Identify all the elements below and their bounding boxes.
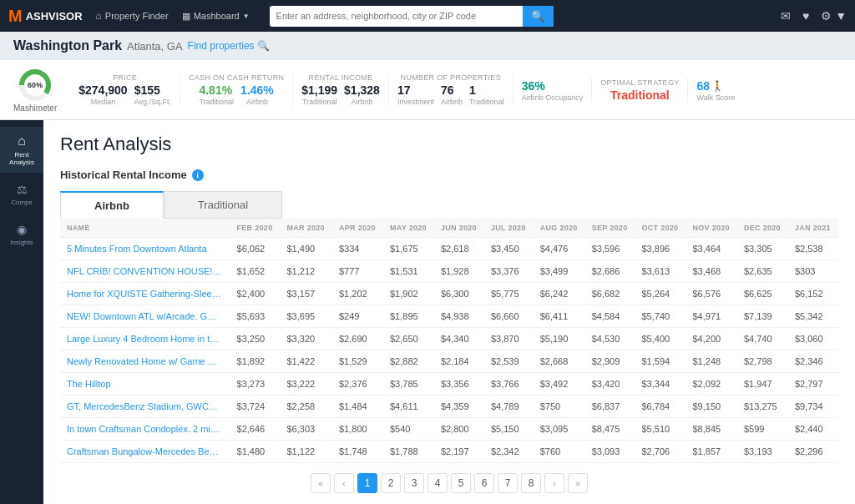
cell-value: $4,789 <box>484 396 534 418</box>
cell-value: $2,635 <box>737 260 788 283</box>
settings-icon[interactable]: ⚙ ▼ <box>821 9 847 23</box>
cell-value: $3,193 <box>737 441 788 463</box>
page-6-btn[interactable]: 6 <box>474 473 494 493</box>
property-name[interactable]: NFL CRIB! CONVENTION HOUSE! SLEEPS 14! S… <box>60 260 230 283</box>
property-name[interactable]: 5 Minutes From Downtown Atlanta <box>60 238 230 260</box>
property-name[interactable]: The Hilltop <box>60 373 230 396</box>
sidebar-item-label: RentAnalysis <box>9 151 34 166</box>
cell-value: $3,376 <box>484 260 534 283</box>
cell-value: $3,157 <box>280 283 332 305</box>
cell-value: $6,152 <box>788 283 838 305</box>
rent-analysis-icon: ⌂ <box>18 134 26 149</box>
stat-cocr: CASH ON CASH RETURN 4.81% Traditional 1.… <box>180 73 293 106</box>
cocr-traditional: 4.81% <box>199 83 234 97</box>
cell-value: $9,150 <box>686 396 737 418</box>
page-8-btn[interactable]: 8 <box>521 473 541 493</box>
cell-value: $1,902 <box>383 283 434 305</box>
sidebar-item-comps[interactable]: ⚖ Comps <box>0 176 43 213</box>
property-name[interactable]: NEW! Downtown ATL w/Arcade. GWCC, M.Benz… <box>60 305 230 328</box>
property-name[interactable]: Large Luxury 4 Bedroom Home in the City! <box>60 328 230 350</box>
property-name[interactable]: Craftsman Bungalow-Mercedes Benz Stadium <box>60 441 230 463</box>
tab-traditional[interactable]: Traditional <box>164 191 282 219</box>
property-name[interactable]: GT, MercedesBenz Stadium, GWCC, Downtown… <box>60 396 230 418</box>
price-sqft: $155 <box>134 83 171 97</box>
mashboard-nav[interactable]: ▦ Mashboard ▼ <box>182 11 250 22</box>
page-1-btn[interactable]: 1 <box>357 473 377 493</box>
tab-airbnb[interactable]: Airbnb <box>60 191 164 219</box>
cell-value: $9,734 <box>788 396 838 418</box>
col-aug: AUG 2020 <box>534 219 585 238</box>
cell-value: $3,870 <box>484 328 534 350</box>
cell-value: $2,197 <box>434 441 484 463</box>
page-7-btn[interactable]: 7 <box>498 473 518 493</box>
search-button[interactable]: 🔍 <box>523 6 554 27</box>
search-bar: 🔍 <box>270 6 554 27</box>
cell-value: $249 <box>332 305 383 328</box>
logo-m-icon: M <box>8 7 23 26</box>
page-title: Rent Analysis <box>60 134 838 155</box>
cell-value: $5,150 <box>484 418 534 441</box>
cell-value: $1,490 <box>280 238 332 260</box>
page-3-btn[interactable]: 3 <box>404 473 424 493</box>
messages-icon[interactable]: ✉ <box>781 9 791 23</box>
section-title: Historical Rental Income i <box>60 169 838 181</box>
rental-traditional: $1,199 <box>301 83 337 97</box>
col-dec: DEC 2020 <box>737 219 788 238</box>
property-finder-nav[interactable]: ⌂ Property Finder <box>96 10 169 22</box>
rental-airbnb: $1,328 <box>344 83 380 97</box>
pagination: « ‹ 1 2 3 4 5 6 7 8 › » <box>60 463 838 503</box>
cell-value: $1,652 <box>230 260 281 283</box>
sidebar-item-insights[interactable]: ◉ Insights <box>0 216 43 253</box>
cell-value: $2,539 <box>484 350 534 373</box>
cell-value: $3,060 <box>788 328 838 350</box>
cell-value: $3,250 <box>230 328 281 350</box>
cell-value: $2,650 <box>383 328 434 350</box>
cell-value: $1,529 <box>332 350 383 373</box>
page-2-btn[interactable]: 2 <box>381 473 401 493</box>
info-icon[interactable]: i <box>192 169 204 181</box>
num-investment: 17 <box>397 83 434 97</box>
cell-value: $1,422 <box>280 350 332 373</box>
property-name[interactable]: Newly Renovated Home w/ Game Room-5 min … <box>60 350 230 373</box>
cell-value: $5,693 <box>230 305 281 328</box>
search-input[interactable] <box>270 8 523 24</box>
comps-icon: ⚖ <box>17 183 28 196</box>
cell-value: $6,242 <box>534 283 585 305</box>
table-body: 5 Minutes From Downtown Atlanta$6,062$1,… <box>60 238 838 463</box>
property-name[interactable]: Home for XQUISTE Gathering-Sleeps18, Nea… <box>60 283 230 305</box>
page-next-btn[interactable]: › <box>544 473 564 493</box>
cell-value: $1,800 <box>332 418 383 441</box>
page-4-btn[interactable]: 4 <box>428 473 448 493</box>
stat-occupancy: 36% Airbnb Occupancy <box>514 78 593 102</box>
cell-value: $1,122 <box>280 441 332 463</box>
walk-score-value: 68 <box>696 79 710 93</box>
mashimeter: 60% Mashimeter <box>13 67 57 113</box>
property-name[interactable]: In town Craftsman Condoplex. 2 mins to B… <box>60 418 230 441</box>
cell-value: $6,837 <box>585 396 635 418</box>
page-last-btn[interactable]: » <box>568 473 588 493</box>
cell-value: $6,303 <box>280 418 332 441</box>
page-first-btn[interactable]: « <box>311 473 331 493</box>
logo[interactable]: M ASHVISOR <box>8 7 83 26</box>
page-5-btn[interactable]: 5 <box>451 473 471 493</box>
cell-value: $2,258 <box>280 396 332 418</box>
col-sep: SEP 2020 <box>585 219 635 238</box>
cell-value: $2,184 <box>434 350 484 373</box>
favorites-icon[interactable]: ♥ <box>802 9 809 23</box>
cell-value: $2,296 <box>788 441 838 463</box>
city-name: Washington Park <box>13 38 122 53</box>
cell-value: $5,775 <box>484 283 534 305</box>
cell-value: $2,668 <box>534 350 585 373</box>
cell-value: $5,510 <box>635 418 686 441</box>
header-row: NAME FEB 2020 MAR 2020 APR 2020 MAY 2020… <box>60 219 838 238</box>
page-prev-btn[interactable]: ‹ <box>334 473 354 493</box>
cell-value: $8,845 <box>686 418 737 441</box>
cell-value: $4,476 <box>534 238 585 260</box>
col-may: MAY 2020 <box>383 219 434 238</box>
cell-value: $4,530 <box>585 328 635 350</box>
cell-value: $3,222 <box>280 373 332 396</box>
find-properties-link[interactable]: Find properties 🔍 <box>188 40 270 52</box>
sidebar-item-rent-analysis[interactable]: ⌂ RentAnalysis <box>0 127 43 173</box>
cell-value: $1,857 <box>686 441 737 463</box>
cell-value: $5,264 <box>635 283 686 305</box>
